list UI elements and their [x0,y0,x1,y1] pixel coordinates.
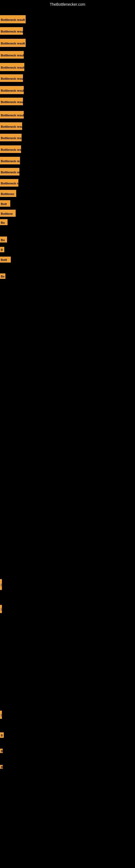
bottleneck-badge-20: B [0,247,4,252]
bottleneck-badge-5: Bottleneck result [0,74,23,82]
bottleneck-badge-14: Bottleneck re [0,179,18,187]
bottleneck-badge-10: Bottleneck resu [0,134,21,141]
bottleneck-badge-13: Bottleneck res [0,168,19,176]
bottleneck-badge-12: Bottleneck res [0,157,20,164]
bottleneck-badge-23: | [0,579,2,590]
bottleneck-badge-15: Bottlenec [0,190,16,197]
bottleneck-badge-9: Bottleneck resu [0,122,22,130]
site-title: TheBottlenecker.com [50,2,85,6]
bottleneck-badge-4: Bottleneck result [0,63,24,71]
bottleneck-badge-0: Bottleneck result [0,15,26,23]
bottleneck-badge-28: B [0,765,3,769]
bottleneck-badge-22: Bo [0,273,5,279]
bottleneck-badge-3: Bottleneck result [0,51,24,59]
bottleneck-badge-2: Bottleneck result [0,39,26,47]
bottleneck-badge-21: Bottl [0,257,11,262]
bottleneck-badge-27: B [0,749,3,753]
bottleneck-badge-25: | [0,711,2,719]
bottleneck-badge-18: Bo [0,219,8,225]
bottleneck-badge-16: Bott [0,200,10,207]
bottleneck-badge-7: Bottleneck result [0,98,23,105]
bottleneck-badge-17: Bottlene [0,210,16,217]
bottleneck-badge-1: Bottleneck result [0,27,23,35]
bottleneck-badge-11: Bottleneck resu [0,145,21,153]
bottleneck-badge-26: B [0,733,4,738]
bottleneck-badge-8: Bottleneck result [0,111,24,119]
bottleneck-badge-6: Bottleneck result [0,86,24,94]
bottleneck-badge-24: | [0,605,2,613]
bottleneck-badge-19: Bo [0,237,7,243]
